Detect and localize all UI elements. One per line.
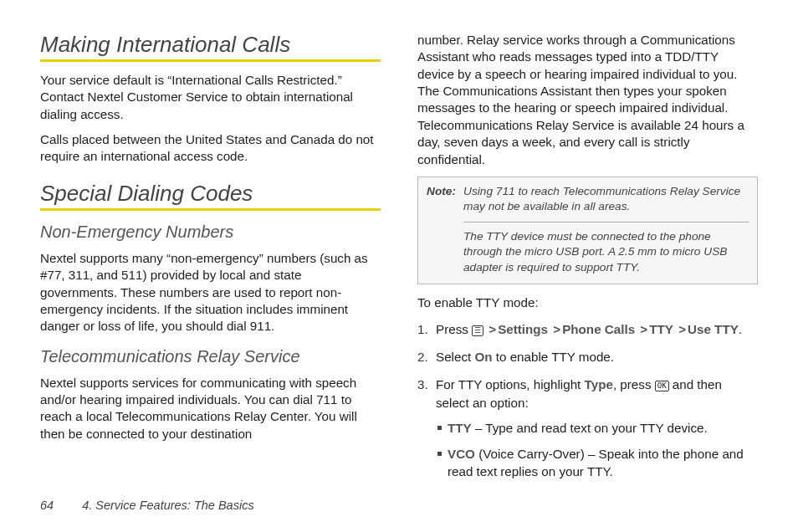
chevron-icon: > [487, 322, 498, 336]
divider [463, 222, 749, 223]
step-item: Select On to enable TTY mode. [417, 348, 758, 366]
ok-key-icon: OK [655, 381, 669, 391]
step-item: For TTY options, highlight Type, press O… [417, 376, 758, 480]
heading-rule [40, 208, 381, 211]
paragraph: number. Relay service works through a Co… [417, 32, 758, 168]
chevron-icon: > [551, 322, 562, 336]
page-number: 64 [40, 499, 54, 512]
list-item: TTY – Type and read text on your TTY dev… [437, 420, 758, 437]
steps-list: Press ☰ >Settings >Phone Calls >TTY >Use… [417, 320, 758, 481]
nav-use-tty: Use TTY [688, 322, 739, 336]
paragraph: Calls placed between the United States a… [40, 131, 381, 166]
note-text: The TTY device must be connected to the … [463, 229, 749, 275]
chevron-icon: > [677, 322, 688, 336]
nav-settings: Settings [498, 322, 548, 336]
nav-tty: TTY [649, 322, 673, 336]
page-footer: 644. Service Features: The Basics [40, 499, 254, 512]
heading-international-calls: Making International Calls [40, 32, 381, 58]
left-column: Making International Calls Your service … [40, 32, 381, 490]
menu-key-icon: ☰ [472, 325, 483, 336]
step-text: , press [613, 377, 655, 391]
note-label: Note: [427, 184, 463, 215]
option-text: – Type and read text on your TTY device. [472, 421, 708, 435]
heading-rule [40, 59, 381, 62]
paragraph: Nextel supports services for communicati… [40, 375, 381, 442]
option-vco: VCO [448, 447, 475, 461]
right-column: number. Relay service works through a Co… [417, 32, 758, 490]
option-on: On [474, 350, 492, 364]
subheading-non-emergency: Non-Emergency Numbers [40, 223, 381, 242]
options-sublist: TTY – Type and read text on your TTY dev… [436, 420, 758, 481]
step-text: Press [436, 322, 472, 336]
option-text: (Voice Carry-Over) – Speak into the phon… [448, 447, 744, 478]
note-text: Using 711 to reach Telecommunications Re… [463, 184, 749, 215]
paragraph: Your service default is “International C… [40, 72, 381, 123]
procedure-lead: To enable TTY mode: [417, 294, 758, 311]
section-title: 4. Service Features: The Basics [82, 499, 254, 512]
step-text: Select [436, 350, 474, 364]
step-text: For TTY options, highlight [436, 377, 585, 391]
chevron-icon: > [638, 322, 649, 336]
note-box: Note: Using 711 to reach Telecommunicati… [417, 176, 758, 284]
option-tty: TTY [448, 421, 472, 435]
list-item: VCO (Voice Carry-Over) – Speak into the … [437, 446, 758, 481]
step-item: Press ☰ >Settings >Phone Calls >TTY >Use… [417, 320, 758, 338]
subheading-relay-service: Telecommunications Relay Service [40, 347, 381, 366]
option-type: Type [585, 377, 613, 391]
nav-phone-calls: Phone Calls [562, 322, 635, 336]
paragraph: Nextel supports many “non-emergency” num… [40, 250, 381, 335]
step-text: to enable TTY mode. [493, 350, 615, 364]
heading-special-dialing-codes: Special Dialing Codes [40, 181, 381, 207]
